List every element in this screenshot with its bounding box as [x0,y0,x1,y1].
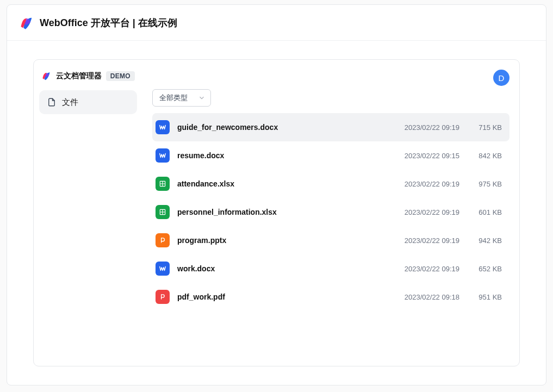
type-filter-select[interactable]: 全部类型 [152,89,211,107]
file-date: 2023/02/22 09:19 [383,265,459,273]
file-row[interactable]: resume.docx2023/02/22 09:15842 KB [152,141,509,170]
sidebar-item-label: 文件 [62,97,78,108]
file-size: 652 KB [459,265,502,273]
pptx-file-icon [156,233,170,247]
sidebar-header: 云文档管理器 DEMO [39,71,137,82]
xlsx-file-icon [156,205,170,219]
file-date: 2023/02/22 09:19 [383,237,459,245]
file-size: 942 KB [459,237,502,245]
file-manager-card: 云文档管理器 DEMO 文件 D [33,59,520,366]
brand-logo-small-icon [41,71,52,82]
sidebar-title: 云文档管理器 [56,71,102,81]
file-name: resume.docx [177,151,383,160]
chevron-down-icon [197,94,206,102]
filter-bar: 全部类型 [152,89,514,107]
file-date: 2023/02/22 09:15 [383,152,459,160]
file-date: 2023/02/22 09:19 [383,123,459,132]
sidebar: 云文档管理器 DEMO 文件 [34,60,142,366]
file-date: 2023/02/22 09:19 [383,208,459,216]
file-name: program.pptx [177,236,383,245]
topbar: WebOffice 开放平台 | 在线示例 [7,5,546,41]
file-size: 842 KB [459,152,502,160]
stage: 云文档管理器 DEMO 文件 D [7,41,546,385]
file-name: pdf_work.pdf [177,293,383,301]
docx-file-icon [156,120,170,134]
file-row[interactable]: work.docx2023/02/22 09:19652 KB [152,254,509,283]
page-title: WebOffice 开放平台 | 在线示例 [40,16,177,29]
sidebar-item-files[interactable]: 文件 [39,90,137,114]
file-size: 715 KB [459,123,502,132]
file-row[interactable]: program.pptx2023/02/22 09:19942 KB [152,226,509,254]
brand-logo-icon [19,15,34,30]
avatar-letter: D [499,73,505,83]
file-name: personnel_information.xlsx [177,208,383,216]
file-row[interactable]: attendance.xlsx2023/02/22 09:19975 KB [152,170,509,198]
file-icon [47,97,57,107]
demo-badge: DEMO [106,71,135,81]
file-name: guide_for_newcomers.docx [177,123,383,132]
main-pane: D 全部类型 guide_for_newcomers.docx2023/02/2… [142,60,519,366]
file-list[interactable]: guide_for_newcomers.docx2023/02/22 09:19… [152,113,514,366]
xlsx-file-icon [156,177,170,191]
file-date: 2023/02/22 09:19 [383,180,459,188]
file-name: attendance.xlsx [177,179,383,188]
type-filter-label: 全部类型 [159,93,188,103]
avatar[interactable]: D [493,70,509,86]
file-row[interactable]: personnel_information.xlsx2023/02/22 09:… [152,198,509,226]
file-name: work.docx [177,264,383,273]
file-date: 2023/02/22 09:18 [383,293,459,301]
docx-file-icon [156,262,170,276]
docx-file-icon [156,148,170,163]
app-card: WebOffice 开放平台 | 在线示例 云文档管理器 DEMO [7,4,546,385]
file-row[interactable]: guide_for_newcomers.docx2023/02/22 09:19… [152,113,509,141]
file-size: 975 KB [459,180,502,188]
file-row[interactable]: pdf_work.pdf2023/02/22 09:18951 KB [152,283,509,311]
file-size: 951 KB [459,293,502,301]
file-size: 601 KB [459,208,502,216]
pdf-file-icon [156,290,170,304]
